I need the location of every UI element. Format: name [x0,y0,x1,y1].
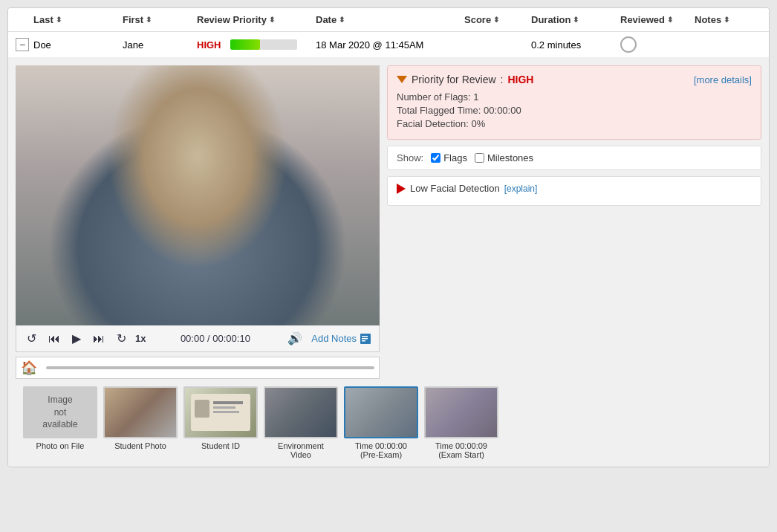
thumb-label-examstart: Time 00:00:09(Exam Start) [435,441,487,459]
priority-header: Priority for Review : HIGH [more details… [397,74,752,85]
timeline-house-icon: 🏠 [21,360,37,376]
play-button[interactable]: ▶ [69,330,84,347]
total-flagged: Total Flagged Time: 00:00:00 [397,105,752,116]
show-row: Show: Flags Milestones [387,146,761,170]
milestones-checkbox[interactable] [475,153,484,163]
num-flags: Number of Flags: 1 [397,91,752,103]
svg-rect-8 [213,411,239,413]
svg-rect-1 [362,336,368,337]
milestones-checkbox-item: Milestones [475,152,533,163]
video-placeholder [16,65,380,325]
thumb-photo-on-file[interactable]: Imagenotavailable [23,386,97,438]
timeline-bar[interactable] [46,366,374,369]
expanded-area: ↺ ⏮ ▶ ⏭ ↻ 1x 00:00 / 00:00:10 🔊 Add Note… [8,58,769,467]
sort-icon-duration: ⬍ [573,16,579,24]
table-header: Last ⬍ First ⬍ Review Priority ⬍ Date ⬍ … [8,8,769,32]
thumb-student-id[interactable] [183,386,258,438]
priority-title: Priority for Review : HIGH [397,74,533,85]
svg-rect-2 [362,338,368,340]
header-date[interactable]: Date ⬍ [316,14,464,25]
thumb-item-examstart: Time 00:00:09(Exam Start) [424,386,498,459]
id-card-svg [191,394,250,431]
loop-button[interactable]: ↻ [114,330,129,347]
svg-rect-3 [362,340,365,342]
collapse-triangle-icon[interactable] [397,76,407,83]
svg-rect-6 [213,401,243,404]
notes-icon [360,333,371,345]
video-controls: ↺ ⏮ ▶ ⏭ ↻ 1x 00:00 / 00:00:10 🔊 Add Note… [16,325,380,352]
skip-back-button[interactable]: ⏮ [45,331,63,347]
header-last[interactable]: Last ⬍ [33,14,123,25]
cell-date: 18 Mar 2020 @ 11:45AM [316,39,464,51]
add-notes-button[interactable]: Add Notes [311,333,371,345]
header-notes[interactable]: Notes ⬍ [695,14,761,25]
flags-label: Flags [443,152,467,163]
priority-label: HIGH [197,39,221,51]
svg-rect-7 [213,406,235,409]
skip-forward-button[interactable]: ⏭ [90,331,108,347]
header-reviewed[interactable]: Reviewed ⬍ [620,14,695,25]
replay-button[interactable]: ↺ [24,330,39,347]
flags-area: Low Facial Detection [explain] [387,176,761,206]
video-frame [16,65,380,325]
header-priority[interactable]: Review Priority ⬍ [197,14,316,25]
thumb-item-env-video: EnvironmentVideo [264,386,338,459]
sort-icon-notes: ⬍ [724,16,729,24]
thumb-item-student-photo: Student Photo [103,386,178,459]
thumb-label-student-id: Student ID [201,441,240,450]
priority-bar-fill [230,39,261,50]
flag-item: Low Facial Detection [explain] [397,183,752,194]
thumb-item-student-id: Student ID [183,386,258,459]
thumb-label-photo-on-file: Photo on File [36,441,85,450]
cell-last: Doe [33,39,123,51]
thumb-label-preexam: Time 00:00:00(Pre-Exam) [355,441,407,459]
milestones-label: Milestones [487,152,533,163]
thumb-student-photo[interactable] [103,386,178,438]
thumb-preexam[interactable] [344,386,418,438]
facial-detection: Facial Detection: 0% [397,118,752,129]
more-details-link[interactable]: [more details] [694,74,752,85]
svg-rect-5 [195,400,209,418]
timeline-area: 🏠 [16,357,380,379]
cell-duration: 0.2 minutes [531,39,620,51]
flag-text: Low Facial Detection [410,183,500,194]
expanded-inner: ↺ ⏮ ▶ ⏭ ↻ 1x 00:00 / 00:00:10 🔊 Add Note… [16,65,761,379]
flags-checkbox-item: Flags [431,152,467,163]
cell-first: Jane [123,39,197,51]
thumb-item-preexam: Time 00:00:00(Pre-Exam) [344,386,418,459]
volume-button[interactable]: 🔊 [285,330,305,347]
show-label: Show: [397,152,423,163]
thumb-item-photo-on-file: Imagenotavailable Photo on File [23,386,97,459]
sort-icon-last: ⬍ [56,16,62,24]
video-panel: ↺ ⏮ ▶ ⏭ ↻ 1x 00:00 / 00:00:10 🔊 Add Note… [16,65,380,379]
expand-button[interactable]: − [16,38,29,51]
info-panel: Priority for Review : HIGH [more details… [387,65,761,379]
header-first[interactable]: First ⬍ [123,14,197,25]
reviewed-circle[interactable] [620,36,637,53]
speed-label: 1x [135,333,146,344]
thumb-env-video[interactable] [264,386,338,438]
flags-checkbox[interactable] [431,153,440,163]
sort-icon-priority: ⬍ [269,16,275,24]
table-row: − Doe Jane HIGH 18 Mar 2020 @ 11:45AM 0.… [8,32,769,58]
header-score[interactable]: Score ⬍ [464,14,531,25]
explain-link[interactable]: [explain] [504,184,538,194]
header-duration[interactable]: Duration ⬍ [531,14,620,25]
thumbnails-row: Imagenotavailable Photo on File Student … [16,379,761,467]
sort-icon-reviewed: ⬍ [667,16,673,24]
sort-icon-date: ⬍ [339,16,345,24]
flag-triangle-icon [397,184,406,194]
cell-reviewed [620,36,695,53]
priority-value: HIGH [507,74,533,85]
priority-details: Number of Flags: 1 Total Flagged Time: 0… [397,91,752,129]
priority-box: Priority for Review : HIGH [more details… [387,65,761,140]
priority-bar-bg [230,39,297,50]
main-container: Last ⬍ First ⬍ Review Priority ⬍ Date ⬍ … [7,7,770,467]
thumb-label-env-video: EnvironmentVideo [278,441,324,459]
thumb-examstart[interactable] [424,386,498,438]
sort-icon-score: ⬍ [493,16,499,24]
cell-priority: HIGH [197,39,316,51]
sort-icon-first: ⬍ [146,16,152,24]
thumb-label-student-photo: Student Photo [114,441,166,450]
time-display: 00:00 / 00:00:10 [152,333,279,344]
